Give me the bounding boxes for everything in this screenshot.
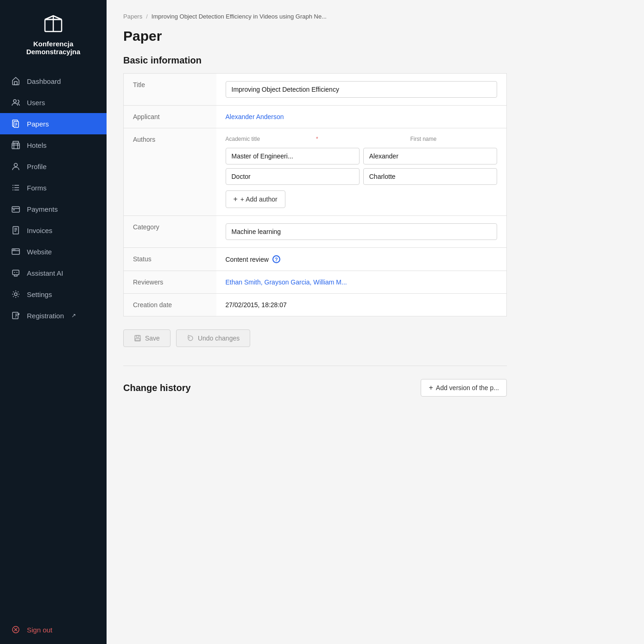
svg-point-4 [13, 100, 16, 102]
svg-rect-8 [13, 141, 19, 143]
sidebar-item-label: Profile [27, 163, 47, 170]
undo-icon [187, 335, 194, 342]
category-value-cell [216, 216, 507, 248]
papers-icon [11, 119, 20, 128]
sidebar-item-website[interactable]: Website [0, 241, 107, 262]
author-row-2 [226, 168, 498, 185]
table-row-status: Status Content review ? [124, 248, 507, 271]
table-row-creation-date: Creation date 27/02/2015, 18:28:07 [124, 294, 507, 316]
sidebar-item-label: Assistant AI [27, 269, 63, 277]
sidebar-item-invoices[interactable]: Invoices [0, 220, 107, 241]
save-button[interactable]: Save [123, 329, 170, 347]
authors-label: Authors [124, 128, 216, 216]
title-label: Title [124, 74, 216, 106]
svg-point-28 [14, 272, 15, 273]
sidebar-signout[interactable]: Sign out [0, 618, 107, 640]
cube-icon [42, 13, 64, 35]
svg-point-25 [13, 249, 14, 250]
registration-icon [11, 311, 20, 320]
sidebar-item-payments[interactable]: Payments [0, 198, 107, 220]
sidebar-item-users[interactable]: Users [0, 92, 107, 113]
table-row-authors: Authors Academic title * First name [124, 128, 507, 216]
svg-rect-7 [12, 143, 19, 149]
sidebar-item-label: Website [27, 248, 52, 256]
sidebar-item-settings[interactable]: Settings [0, 284, 107, 305]
author-2-academic-input[interactable] [226, 168, 360, 185]
category-label: Category [124, 216, 216, 248]
svg-point-9 [14, 164, 18, 167]
add-version-label: Add version of the p... [436, 384, 499, 391]
sidebar-item-label: Invoices [27, 227, 52, 234]
sidebar-item-label: Hotels [27, 141, 47, 149]
change-history-header: Change history + Add version of the p... [123, 379, 507, 397]
table-row-applicant: Applicant Alexander Anderson [124, 106, 507, 128]
reviewers-links[interactable]: Ethan Smith, Grayson Garcia, William M..… [226, 278, 347, 286]
svg-rect-19 [13, 227, 19, 234]
external-link-icon: ↗ [71, 312, 76, 319]
author-2-firstname-input[interactable] [363, 168, 497, 185]
section-basic-info-title: Basic information [123, 55, 507, 66]
applicant-link[interactable]: Alexander Anderson [226, 113, 284, 120]
authors-grid: Academic title * First name [226, 136, 498, 208]
author-1-academic-input[interactable] [226, 148, 360, 164]
category-input[interactable] [226, 223, 498, 240]
sidebar: Konferencja Demonstracyjna Dashboard Use… [0, 0, 107, 644]
save-label: Save [145, 335, 160, 342]
users-icon [11, 98, 20, 107]
breadcrumb-current: Improving Object Detection Efficiency in… [152, 13, 327, 20]
profile-icon [11, 162, 20, 171]
svg-rect-34 [136, 335, 139, 337]
svg-point-26 [14, 249, 15, 250]
author-1-firstname-input[interactable] [363, 148, 497, 164]
settings-icon [11, 290, 20, 299]
add-author-label: + Add author [240, 196, 278, 203]
sidebar-logo: Konferencja Demonstracyjna [0, 0, 107, 67]
sidebar-item-dashboard[interactable]: Dashboard [0, 70, 107, 92]
creation-date-label: Creation date [124, 294, 216, 316]
svg-rect-3 [14, 82, 17, 85]
breadcrumb-parent[interactable]: Papers [123, 13, 142, 20]
assistant-icon [11, 268, 20, 278]
sidebar-item-forms[interactable]: Forms [0, 177, 107, 198]
reviewers-label: Reviewers [124, 271, 216, 294]
applicant-value-cell: Alexander Anderson [216, 106, 507, 128]
add-version-button[interactable]: + Add version of the p... [421, 379, 507, 397]
info-table: Title Applicant Alexander Anderson Autho… [123, 73, 507, 316]
main-content: Papers / Improving Object Detection Effi… [107, 0, 644, 644]
save-icon [134, 335, 141, 342]
breadcrumb-separator: / [146, 13, 148, 20]
sidebar-item-label: Forms [27, 184, 47, 192]
table-row-reviewers: Reviewers Ethan Smith, Grayson Garcia, W… [124, 271, 507, 294]
add-author-button[interactable]: + + Add author [226, 190, 285, 208]
applicant-label: Applicant [124, 106, 216, 128]
app-name: Konferencja Demonstracyjna [26, 40, 81, 56]
svg-point-29 [17, 272, 18, 273]
sidebar-item-assistant-ai[interactable]: Assistant AI [0, 262, 107, 284]
hotels-icon [11, 140, 20, 150]
sidebar-item-papers[interactable]: Papers [0, 113, 107, 134]
sidebar-item-hotels[interactable]: Hotels [0, 134, 107, 156]
sidebar-item-label: Dashboard [27, 77, 61, 85]
svg-rect-16 [12, 207, 19, 212]
title-value-cell [216, 74, 507, 106]
status-text: Content review [226, 256, 269, 263]
creation-date-value: 27/02/2015, 18:28:07 [216, 294, 507, 316]
home-icon [11, 76, 20, 86]
forms-icon [11, 183, 20, 192]
info-icon[interactable]: ? [272, 255, 280, 263]
invoices-icon [11, 226, 20, 235]
svg-rect-18 [13, 209, 15, 210]
sidebar-item-label: Registration [27, 312, 64, 320]
author-row-1 [226, 148, 498, 164]
table-row-title: Title [124, 74, 507, 106]
sidebar-item-profile[interactable]: Profile [0, 156, 107, 177]
action-buttons: Save Undo changes [123, 329, 507, 347]
sidebar-item-label: Users [27, 99, 45, 107]
page-title: Paper [123, 28, 507, 44]
title-input[interactable] [226, 81, 498, 98]
undo-button[interactable]: Undo changes [176, 329, 250, 347]
sidebar-item-registration[interactable]: Registration ↗ [0, 305, 107, 326]
signout-icon [11, 625, 20, 634]
reviewers-value-cell: Ethan Smith, Grayson Garcia, William M..… [216, 271, 507, 294]
col-firstname: First name [410, 136, 498, 142]
